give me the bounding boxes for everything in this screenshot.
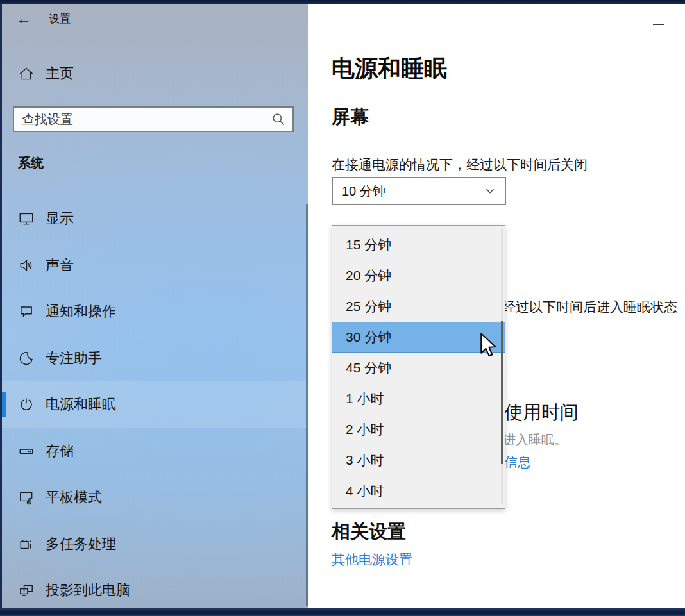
screen-section-heading: 屏幕 — [332, 104, 369, 130]
sidebar-item-label: 通知和操作 — [46, 302, 116, 321]
dropdown-option[interactable]: 20 分钟 — [332, 260, 505, 291]
window-bottom-border — [0, 608, 685, 616]
sidebar-item-display[interactable]: 显示 — [2, 196, 308, 242]
sidebar-item-multitasking[interactable]: 多任务处理 — [2, 521, 308, 568]
window-top-border — [0, 0, 685, 4]
sidebar-item-home[interactable]: 主页 — [18, 62, 74, 85]
sidebar-item-label: 专注助手 — [46, 349, 102, 368]
app-title: 设置 — [49, 12, 71, 26]
dropdown-option[interactable]: 15 分钟 — [332, 229, 505, 260]
selected-indicator — [2, 392, 6, 417]
storage-icon — [18, 443, 35, 460]
title-bar: ← 设置 — [16, 10, 71, 28]
minimize-dash-icon — [653, 24, 664, 25]
sidebar-item-label: 显示 — [46, 209, 74, 228]
additional-power-settings-link[interactable]: 其他电源设置 — [332, 551, 412, 569]
sidebar-item-label: 多任务处理 — [46, 535, 116, 554]
sidebar-item-notifications[interactable]: 通知和操作 — [2, 288, 308, 335]
power-icon — [18, 396, 35, 413]
sidebar-item-storage[interactable]: 存储 — [2, 428, 308, 475]
window-left-border — [0, 4, 2, 608]
sidebar-item-label: 投影到此电脑 — [46, 581, 130, 600]
sleep-dropdown: 15 分钟20 分钟25 分钟30 分钟45 分钟1 小时2 小时3 小时4 小… — [332, 225, 505, 509]
speaker-icon — [18, 257, 35, 274]
sidebar-item-label: 声音 — [46, 256, 74, 275]
chevron-down-icon — [483, 184, 497, 198]
main-content: 电源和睡眠 屏幕 在接通电源的情况下，经过以下时间后关闭 10 分钟 经过以下时… — [308, 4, 685, 608]
sidebar-nav: 显示声音通知和操作专注助手电源和睡眠存储平板模式多任务处理投影到此电脑 — [2, 196, 308, 608]
multitask-icon — [18, 536, 35, 553]
sidebar-item-label: 主页 — [46, 64, 74, 83]
minimize-button[interactable] — [652, 16, 666, 28]
dropdown-option[interactable]: 3 小时 — [332, 445, 505, 476]
dropdown-option[interactable]: 2 小时 — [332, 414, 505, 445]
sidebar-item-label: 电源和睡眠 — [46, 395, 116, 414]
dropdown-scrollbar-thumb[interactable] — [501, 321, 503, 464]
monitor-icon — [18, 210, 35, 227]
sidebar-item-power-sleep[interactable]: 电源和睡眠 — [2, 381, 308, 428]
back-button[interactable]: ← — [16, 10, 31, 28]
message-icon — [18, 303, 35, 320]
sidebar: ← 设置 主页 系统 显示声音通知和操作专注助手电源和睡眠存储平板模式多任务处理… — [2, 4, 308, 608]
settings-window: ← 设置 主页 系统 显示声音通知和操作专注助手电源和睡眠存储平板模式多任务处理… — [0, 0, 685, 616]
battery-heading-fragment: 使用时间 — [504, 400, 579, 426]
sidebar-item-sound[interactable]: 声音 — [2, 242, 308, 289]
sidebar-section-label: 系统 — [18, 154, 44, 172]
dropdown-option[interactable]: 45 分钟 — [332, 353, 505, 383]
battery-text-fragment: 进入睡眠。 — [503, 431, 567, 449]
moon-icon — [18, 350, 35, 367]
search-icon — [271, 112, 286, 127]
sidebar-item-label: 平板模式 — [46, 488, 102, 507]
screen-timeout-select[interactable]: 10 分钟 — [332, 177, 506, 205]
sleep-caption-fragment: 经过以下时间后进入睡眠状态 — [502, 298, 677, 316]
dropdown-option[interactable]: 4 小时 — [332, 476, 505, 506]
sidebar-item-focus-assist[interactable]: 专注助手 — [2, 335, 308, 382]
select-value: 10 分钟 — [333, 183, 483, 200]
sidebar-item-tablet-mode[interactable]: 平板模式 — [2, 474, 308, 521]
battery-link-fragment[interactable]: 信息 — [504, 453, 531, 471]
search-input[interactable] — [14, 108, 271, 131]
project-icon — [18, 582, 35, 599]
screen-caption: 在接通电源的情况下，经过以下时间后关闭 — [332, 156, 588, 174]
tablet-icon — [18, 489, 35, 506]
sidebar-item-projecting[interactable]: 投影到此电脑 — [2, 567, 308, 608]
dropdown-option[interactable]: 1 小时 — [332, 383, 505, 414]
related-settings-heading: 相关设置 — [332, 519, 406, 545]
arrow-left-icon: ← — [16, 10, 31, 27]
page-title: 电源和睡眠 — [332, 53, 447, 85]
home-icon — [18, 65, 35, 82]
dropdown-option[interactable]: 25 分钟 — [332, 291, 505, 322]
search-box — [13, 106, 294, 132]
dropdown-option[interactable]: 30 分钟 — [332, 322, 505, 353]
sidebar-item-label: 存储 — [46, 442, 74, 461]
